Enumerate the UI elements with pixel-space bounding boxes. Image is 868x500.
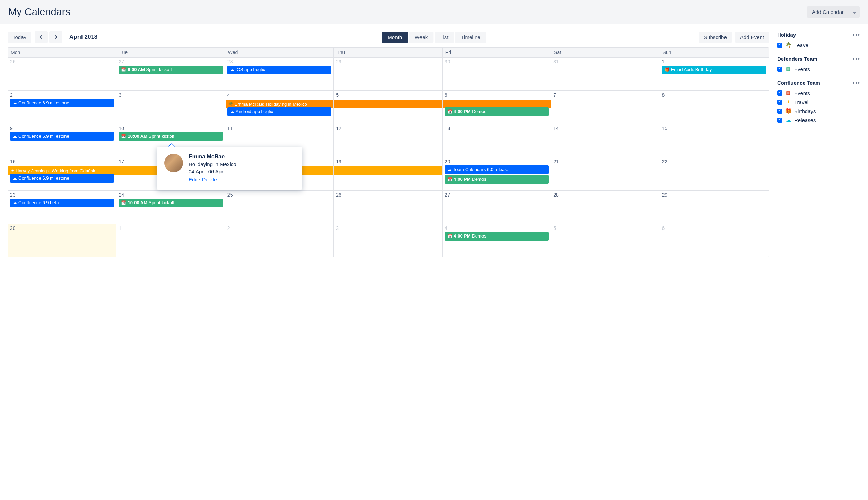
subscribe-button[interactable]: Subscribe xyxy=(699,32,732,43)
checkbox[interactable] xyxy=(777,67,782,72)
day-header: Sat xyxy=(551,48,660,57)
day-cell[interactable]: 12 xyxy=(334,124,442,157)
day-number: 1 xyxy=(662,59,766,64)
day-number: 27 xyxy=(119,59,223,64)
prev-button[interactable] xyxy=(35,31,48,43)
day-cell[interactable]: 19 xyxy=(334,157,442,190)
chevron-down-icon xyxy=(853,11,856,14)
day-cell[interactable]: 4Android app bugfix xyxy=(225,91,334,124)
day-cell[interactable]: 13 xyxy=(443,124,551,157)
day-cell[interactable]: 28 xyxy=(551,191,660,224)
day-number: 29 xyxy=(336,59,440,64)
day-cell[interactable]: 3 xyxy=(116,91,225,124)
checkbox[interactable] xyxy=(777,100,782,105)
day-cell[interactable]: 26 xyxy=(334,191,442,224)
calendar-group-header: Defenders Team••• xyxy=(777,56,860,62)
calendar-item-label: Travel xyxy=(794,99,808,105)
checkbox[interactable] xyxy=(777,109,782,114)
calendar-event[interactable]: 10:00 AM Sprint kickoff xyxy=(119,132,223,141)
day-cell[interactable]: 29 xyxy=(334,58,442,90)
calendar-event[interactable]: iOS app bugfix xyxy=(227,66,331,74)
day-cell[interactable]: 30 xyxy=(8,224,116,257)
calendar-type-icon: ☁ xyxy=(785,117,791,123)
day-cell[interactable]: 30 xyxy=(443,58,551,90)
day-number: 22 xyxy=(662,159,766,164)
day-cell[interactable]: 5 xyxy=(551,224,660,257)
day-cell[interactable]: 44:00 PM Demos xyxy=(443,224,551,257)
day-number: 25 xyxy=(227,192,331,198)
view-tab-month[interactable]: Month xyxy=(382,32,408,43)
day-cell[interactable]: 16Confluence 6.9 milestone xyxy=(8,157,116,190)
add-calendar-button[interactable]: Add Calendar xyxy=(807,6,849,18)
popover-edit-link[interactable]: Edit xyxy=(189,176,198,182)
day-cell[interactable]: 279:00 AM Sprint kickoff xyxy=(116,58,225,90)
calendar-event[interactable]: Confluence 6.9 milestone xyxy=(10,99,114,107)
day-number: 7 xyxy=(553,92,657,98)
calendar-event[interactable]: Emad Abdi: Birthday xyxy=(662,66,766,74)
day-cell[interactable]: 20Team Calendars 6.0 release4:00 PM Demo… xyxy=(443,157,551,190)
day-cell[interactable]: 28iOS app bugfix xyxy=(225,58,334,90)
calendar-item[interactable]: ▦Events xyxy=(777,88,860,97)
day-cell[interactable]: 23Confluence 6.9 beta xyxy=(8,191,116,224)
checkbox[interactable] xyxy=(777,118,782,123)
day-cell[interactable]: 27 xyxy=(443,191,551,224)
day-cell[interactable]: 29 xyxy=(660,191,769,224)
popover-delete-link[interactable]: Delete xyxy=(202,176,217,182)
day-cell[interactable]: 14 xyxy=(551,124,660,157)
next-button[interactable] xyxy=(49,31,62,43)
view-tab-week[interactable]: Week xyxy=(409,32,433,43)
calendar-item[interactable]: 🎁Birthdays xyxy=(777,106,860,115)
view-tab-list[interactable]: List xyxy=(435,32,454,43)
checkbox[interactable] xyxy=(777,90,782,96)
view-tab-timeline[interactable]: Timeline xyxy=(455,32,486,43)
add-calendar-group: Add Calendar xyxy=(807,6,860,18)
calendar-type-icon: ▦ xyxy=(785,90,791,96)
calendar-item[interactable]: ☁Releases xyxy=(777,115,860,124)
calendar-event[interactable]: 10:00 AM Sprint kickoff xyxy=(119,199,223,207)
calendar-event[interactable]: Android app bugfix xyxy=(227,107,331,116)
calendar-event[interactable]: Team Calendars 6.0 release xyxy=(445,165,549,174)
day-cell[interactable]: 26 xyxy=(8,58,116,90)
calendar-event[interactable]: Confluence 6.9 beta xyxy=(10,199,114,207)
day-cell[interactable]: 2410:00 AM Sprint kickoff xyxy=(116,191,225,224)
calendar-event[interactable]: Confluence 6.9 milestone xyxy=(10,132,114,141)
day-cell[interactable]: 22 xyxy=(660,157,769,190)
day-cell[interactable]: 31 xyxy=(551,58,660,90)
day-number: 29 xyxy=(662,192,766,198)
add-event-button[interactable]: Add Event xyxy=(735,32,769,43)
day-cell[interactable]: 7 xyxy=(551,91,660,124)
more-icon[interactable]: ••• xyxy=(853,80,860,86)
day-cell[interactable]: 9Confluence 6.9 milestone xyxy=(8,124,116,157)
day-cell[interactable]: 64:00 PM Demos xyxy=(443,91,551,124)
calendar-item-label: Birthdays xyxy=(794,108,816,114)
day-cell[interactable]: 2Confluence 6.9 milestone xyxy=(8,91,116,124)
calendar-type-icon: ✈ xyxy=(785,99,791,105)
today-button[interactable]: Today xyxy=(8,32,31,43)
calendar-event[interactable]: 4:00 PM Demos xyxy=(445,175,549,184)
more-icon[interactable]: ••• xyxy=(853,56,860,62)
more-icon[interactable]: ••• xyxy=(853,32,860,38)
day-cell[interactable]: 1 xyxy=(116,224,225,257)
day-number: 8 xyxy=(662,92,766,98)
day-number: 1 xyxy=(119,225,223,231)
calendar-event[interactable]: 4:00 PM Demos xyxy=(445,232,549,241)
calendar-event[interactable]: Confluence 6.9 milestone xyxy=(10,174,114,183)
day-cell[interactable]: 3 xyxy=(334,224,442,257)
day-cell[interactable]: 8 xyxy=(660,91,769,124)
day-cell[interactable]: 15 xyxy=(660,124,769,157)
calendar-event[interactable]: 9:00 AM Sprint kickoff xyxy=(119,66,223,74)
day-cell[interactable]: 2 xyxy=(225,224,334,257)
day-cell[interactable]: 21 xyxy=(551,157,660,190)
day-cell[interactable]: 1Emad Abdi: Birthday xyxy=(660,58,769,90)
day-cell[interactable]: 5 xyxy=(334,91,442,124)
calendar-item[interactable]: ✈Travel xyxy=(777,97,860,106)
day-cell[interactable]: 25 xyxy=(225,191,334,224)
calendar-event[interactable]: 4:00 PM Demos xyxy=(445,107,549,116)
calendar-item[interactable]: ▦Events xyxy=(777,64,860,74)
calendar-item[interactable]: 🌴Leave xyxy=(777,41,860,50)
day-cell[interactable]: 6 xyxy=(660,224,769,257)
add-calendar-dropdown[interactable] xyxy=(849,6,860,18)
event-popover: Emma McRae Holidaying in Mexico 04 Apr -… xyxy=(157,147,302,190)
checkbox[interactable] xyxy=(777,43,782,48)
day-number: 6 xyxy=(445,92,549,98)
